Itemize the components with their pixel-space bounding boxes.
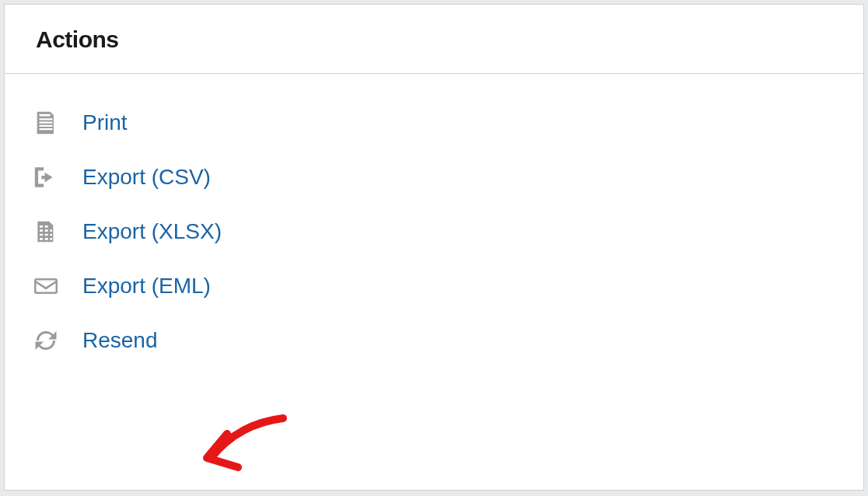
action-label: Resend [82,328,158,353]
action-resend[interactable]: Resend [31,313,837,368]
action-label: Export (CSV) [82,165,211,190]
action-label: Export (EML) [82,274,211,299]
document-icon [31,108,61,138]
spreadsheet-icon [31,217,61,246]
action-export-xlsx[interactable]: Export (XLSX) [31,204,837,259]
annotation-arrow [190,407,314,492]
action-export-eml[interactable]: Export (EML) [31,259,837,313]
action-label: Print [82,110,128,135]
action-print[interactable]: Print [31,96,837,150]
mail-icon [31,271,61,301]
panel-title: Actions [36,26,832,53]
export-arrow-icon [31,162,61,192]
panel-body: Print Export (CSV) Export (XLSX) [5,74,863,368]
actions-panel: Actions Print Export (CSV) [4,4,864,491]
action-label: Export (XLSX) [82,219,222,244]
action-export-csv[interactable]: Export (CSV) [31,150,837,204]
panel-header: Actions [5,5,863,74]
refresh-icon [31,326,61,355]
